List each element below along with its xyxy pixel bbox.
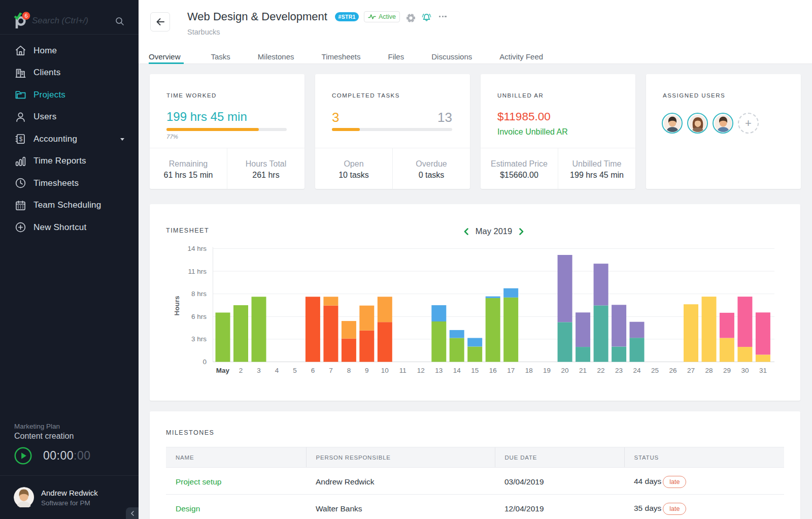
svg-text:14: 14: [453, 367, 461, 374]
svg-text:11 hrs: 11 hrs: [188, 268, 207, 275]
svg-text:6: 6: [24, 13, 27, 19]
svg-text:19: 19: [543, 367, 551, 374]
svg-text:12: 12: [417, 367, 425, 374]
svg-text:Hours: Hours: [173, 296, 181, 315]
svg-text:8: 8: [347, 367, 351, 374]
svg-text:7: 7: [329, 367, 333, 374]
svg-text:8 hrs: 8 hrs: [191, 290, 207, 298]
svg-text:22: 22: [597, 367, 605, 374]
svg-text:30: 30: [741, 367, 749, 374]
svg-text:5: 5: [293, 367, 297, 374]
svg-text:14 hrs: 14 hrs: [187, 245, 207, 252]
svg-text:6 hrs: 6 hrs: [191, 313, 207, 320]
svg-text:10: 10: [381, 367, 389, 374]
svg-text:26: 26: [669, 367, 676, 374]
svg-text:27: 27: [687, 367, 695, 374]
svg-text:11: 11: [399, 367, 407, 374]
svg-text:25: 25: [651, 367, 659, 374]
svg-text:3: 3: [257, 367, 261, 374]
svg-text:4: 4: [275, 367, 279, 374]
svg-text:0: 0: [202, 358, 207, 366]
svg-text:20: 20: [561, 367, 569, 374]
svg-text:13: 13: [435, 367, 443, 374]
svg-text:17: 17: [507, 367, 515, 374]
svg-text:18: 18: [525, 367, 533, 374]
svg-text:6: 6: [311, 367, 315, 374]
svg-text:3 hrs: 3 hrs: [191, 335, 207, 343]
svg-text:15: 15: [471, 367, 479, 374]
svg-text:31: 31: [759, 367, 767, 374]
svg-text:29: 29: [723, 367, 731, 374]
svg-text:2: 2: [239, 367, 243, 374]
svg-text:23: 23: [615, 367, 623, 374]
svg-text:May: May: [216, 367, 230, 374]
svg-text:28: 28: [705, 367, 713, 374]
svg-text:16: 16: [489, 367, 497, 374]
svg-text:9: 9: [365, 367, 369, 374]
svg-text:24: 24: [633, 367, 641, 374]
svg-text:$: $: [19, 136, 23, 143]
svg-text:21: 21: [579, 367, 587, 374]
